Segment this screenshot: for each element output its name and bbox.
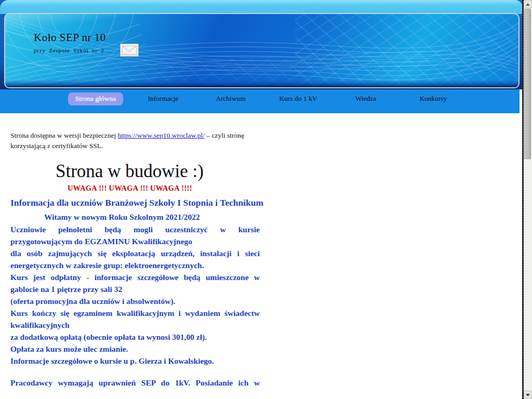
content-area: Strona dostępna w wersji bezpiecznej htt… — [10, 113, 271, 389]
info-paragraph: Opłata za kurs może ulec zmianie. — [10, 343, 260, 355]
intro-text-before: Strona dostępna w wersji bezpiecznej — [10, 131, 118, 139]
intro-paragraph: Strona dostępna w wersji bezpiecznej htt… — [10, 130, 270, 151]
ssl-link[interactable]: https://www.sep10.wroclaw.pl/ — [118, 131, 205, 139]
nav-item-kurs-do-1kv[interactable]: Kurs do 1 kV — [279, 91, 317, 103]
nav-item-konkursy[interactable]: Konkursy — [419, 91, 447, 103]
info-heading: Informacja dla uczniów Branżowej Szkoły … — [10, 196, 264, 209]
info-paragraph: dla osób zajmujących się eksploatacją ur… — [10, 247, 260, 271]
main-navigation: Strona główna Informacje Archiwum Kurs d… — [0, 89, 520, 113]
warning-text: UWAGA !!! UWAGA !!! UWAGA !!!! — [68, 184, 271, 193]
info-paragraph: Kurs kończy się egzaminem kwalifikacyjny… — [10, 307, 260, 331]
scroll-up-button[interactable] — [524, 0, 532, 8]
site-title: Koło SEP nr 10 — [34, 31, 106, 44]
header-banner: Koło SEP nr 10 przy Zespole Szkół nr 2 — [4, 13, 520, 88]
top-cyan-band — [0, 0, 523, 14]
info-paragraph: Uczniowie pełnoletni będą mogli uczestni… — [10, 223, 260, 247]
nav-item-strona-glowna[interactable]: Strona główna — [68, 92, 123, 105]
email-button[interactable] — [120, 44, 139, 57]
vertical-scrollbar[interactable] — [524, 0, 532, 399]
scroll-down-button[interactable] — [524, 391, 532, 399]
welcome-line: Witamy w nowym Roku Szkolnym 2021/2022 — [44, 211, 271, 223]
info-paragraph: Pracodawcy wymagają uprawnień SEP do 1kV… — [10, 377, 260, 389]
nav-item-archiwum[interactable]: Archiwum — [216, 91, 246, 103]
down-arrow-icon — [526, 394, 530, 396]
info-paragraph: Kurs jest odpłatny - informacje szczegół… — [10, 271, 260, 295]
info-paragraph: Informacje szczegółowe o kursie u p. Gie… — [10, 355, 260, 367]
scrollbar-thumb[interactable] — [524, 9, 531, 159]
construction-heading: Strona w budowie :) — [56, 162, 271, 181]
info-paragraph: (oferta promocyjna dla uczniów i absolwe… — [10, 295, 260, 307]
nav-item-informacje[interactable]: Informacje — [148, 91, 178, 103]
nav-list: Strona główna Informacje Archiwum Kurs d… — [0, 89, 520, 105]
up-arrow-icon — [526, 3, 530, 6]
info-paragraph: za dodatkową opłatą (obecnie opłata ta w… — [10, 331, 260, 343]
envelope-icon — [122, 46, 137, 55]
site-subtitle: przy Zespole Szkół nr 2 — [34, 47, 104, 54]
nav-item-wiedza[interactable]: Wiedza — [355, 91, 377, 103]
